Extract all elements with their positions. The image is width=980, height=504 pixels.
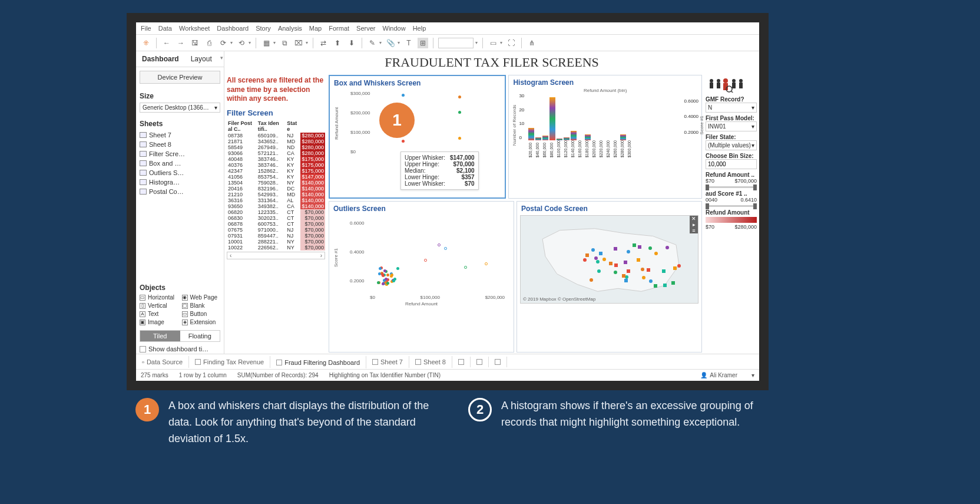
map-marker[interactable]: [594, 256, 598, 260]
sheet-item[interactable]: Filter Scre…: [140, 149, 220, 159]
new-worksheet-icon[interactable]: ▦: [261, 38, 272, 48]
new-data-icon[interactable]: ⎙: [204, 38, 214, 48]
map-toolbar[interactable]: ✕▸≡: [690, 216, 698, 233]
map-marker[interactable]: [585, 253, 589, 257]
tab-finding-tax-revenue[interactable]: Finding Tax Revenue: [189, 356, 270, 368]
map-area[interactable]: © 2019 Mapbox © OpenStreetMap ✕▸≡: [520, 215, 698, 304]
device-preview-button[interactable]: Device Preview: [140, 71, 220, 84]
histogram-bar[interactable]: [571, 131, 577, 140]
menu-story[interactable]: Story: [256, 25, 271, 32]
map-marker[interactable]: [624, 261, 627, 264]
postal-code-panel[interactable]: Postal Code Screen © 2019 Mapbox © OpenS…: [517, 201, 702, 353]
map-marker[interactable]: [641, 268, 644, 271]
object-text[interactable]: AText: [140, 311, 178, 317]
table-row[interactable]: 21210542993..MD$140,000: [227, 192, 325, 197]
menu-file[interactable]: File: [141, 25, 151, 32]
map-marker[interactable]: [614, 247, 617, 251]
fit-icon[interactable]: ⛶: [506, 38, 517, 48]
menu-analysis[interactable]: Analysis: [278, 25, 302, 32]
sidebar-tab-dashboard[interactable]: Dashboard: [136, 51, 185, 67]
object-web-page[interactable]: ◉Web Page: [182, 294, 221, 301]
table-row[interactable]: 13504759028..NY$140,000: [227, 180, 325, 186]
table-row[interactable]: 08738650109..NJ$280,000: [227, 133, 325, 139]
search-input[interactable]: [438, 38, 474, 48]
sort-asc-icon[interactable]: ⬆: [332, 38, 343, 48]
histogram-panel[interactable]: Histogram Screen Refund Amount (bin) Num…: [508, 75, 702, 199]
object-horizontal[interactable]: ▭Horizontal: [140, 294, 178, 301]
table-row[interactable]: 36316331364..AL$140,000: [227, 197, 325, 203]
table-row[interactable]: 42347152862..KY$175,000: [227, 168, 325, 174]
table-row[interactable]: 10022226562..NY$70,000: [227, 245, 325, 251]
menu-worksheet[interactable]: Worksheet: [179, 25, 210, 32]
presentation-icon[interactable]: ▭: [488, 38, 498, 48]
table-row[interactable]: 06878600753..CT$70,000: [227, 221, 325, 227]
floating-button[interactable]: Floating: [180, 331, 220, 341]
table-row[interactable]: 20416832196..DC$140,000: [227, 186, 325, 192]
refresh-icon[interactable]: ⟳: [218, 38, 229, 48]
map-marker[interactable]: [622, 274, 625, 278]
table-row[interactable]: 06830302023..CT$70,000: [227, 215, 325, 221]
sort-desc-icon[interactable]: ⬇: [346, 38, 357, 48]
histogram-bar[interactable]: [542, 136, 548, 140]
bin-input[interactable]: [706, 159, 757, 169]
object-extension[interactable]: ◈Extension: [182, 319, 221, 325]
new-dashboard-tab[interactable]: [471, 357, 489, 367]
map-marker[interactable]: [597, 269, 601, 273]
map-marker[interactable]: [609, 262, 612, 265]
map-marker[interactable]: [671, 281, 675, 285]
menu-help[interactable]: Help: [413, 25, 426, 32]
map-marker[interactable]: [654, 252, 658, 255]
table-row[interactable]: 07675971000..NJ$70,000: [227, 227, 325, 233]
map-marker[interactable]: [624, 279, 628, 282]
object-blank[interactable]: ▢Blank: [182, 302, 221, 309]
share-icon[interactable]: ⋔: [527, 38, 537, 48]
tab-sheet-7[interactable]: Sheet 7: [366, 356, 409, 368]
map-marker[interactable]: [673, 266, 677, 270]
map-marker[interactable]: [663, 284, 667, 287]
tab-data-source[interactable]: ▫Data Source: [136, 356, 189, 368]
table-row[interactable]: 07931859447..NJ$70,000: [227, 233, 325, 239]
map-marker[interactable]: [614, 271, 617, 274]
menu-format[interactable]: Format: [329, 25, 349, 32]
sidebar-tab-layout[interactable]: Layout: [185, 51, 218, 67]
save-icon[interactable]: 🖫: [190, 38, 200, 48]
refund-slider[interactable]: [706, 186, 757, 188]
swap-icon[interactable]: ⇄: [318, 38, 329, 48]
object-vertical[interactable]: ▯Vertical: [140, 302, 178, 309]
table-row[interactable]: 40376383746..KY$175,000: [227, 162, 325, 168]
size-select[interactable]: Generic Desktop (1366…▾: [140, 103, 220, 113]
table-row[interactable]: 10001288221..NY$70,000: [227, 239, 325, 245]
box-whisker-panel[interactable]: Box and Whiskers Screen Refund Amount $3…: [329, 75, 506, 199]
histogram-bar[interactable]: [528, 128, 534, 140]
map-marker[interactable]: [614, 263, 618, 267]
duplicate-icon[interactable]: ⧉: [279, 38, 290, 48]
group-icon[interactable]: 📎: [385, 38, 396, 48]
model-select[interactable]: INW01▾: [706, 121, 757, 131]
show-title-checkbox[interactable]: [140, 346, 146, 353]
sheet-item[interactable]: Box and …: [140, 159, 220, 168]
outliers-panel[interactable]: Outliers Screen Score #1 0.6000 0.4000 0…: [329, 201, 514, 353]
sheet-item[interactable]: Sheet 8: [140, 140, 220, 149]
menu-window[interactable]: Window: [383, 25, 406, 32]
table-row[interactable]: 93066572121..CA$280,000: [227, 150, 325, 156]
forward-icon[interactable]: →: [176, 38, 186, 48]
menu-dashboard[interactable]: Dashboard: [217, 25, 249, 32]
gmf-select[interactable]: N▾: [706, 103, 757, 113]
sheet-item[interactable]: Outliers S…: [140, 168, 220, 177]
histogram-bar[interactable]: [585, 134, 591, 140]
menu-data[interactable]: Data: [158, 25, 172, 32]
filter-table[interactable]: Filer Post al C..Tax Iden tifi..Stat e 0…: [227, 120, 325, 251]
histogram-bar[interactable]: [549, 97, 555, 140]
table-row[interactable]: 58549267949..ND$280,000: [227, 144, 325, 150]
sheet-item[interactable]: Sheet 7: [140, 130, 220, 140]
new-worksheet-tab[interactable]: [452, 357, 471, 367]
map-marker[interactable]: [638, 245, 641, 249]
menu-map[interactable]: Map: [309, 25, 322, 32]
menu-server[interactable]: Server: [356, 25, 375, 32]
new-story-tab[interactable]: [489, 357, 507, 367]
map-marker[interactable]: [649, 279, 653, 283]
table-row[interactable]: 41056853754..KY$147,000: [227, 174, 325, 180]
map-marker[interactable]: [633, 243, 636, 247]
histogram-bar[interactable]: [620, 134, 626, 140]
map-marker[interactable]: [627, 269, 630, 273]
